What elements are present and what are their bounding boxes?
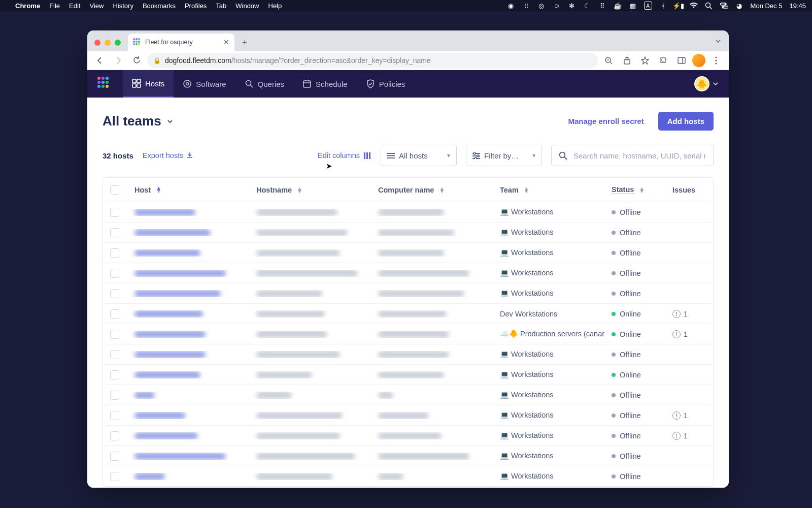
row-checkbox[interactable] (110, 309, 119, 319)
menu-help[interactable]: Help (268, 2, 282, 10)
table-row[interactable]: 💻 WorkstationsOffline (103, 202, 713, 223)
filter-by-dropdown[interactable]: Filter by… ▾ (466, 145, 542, 166)
manage-enroll-secret-button[interactable]: Manage enroll secret (561, 113, 651, 130)
minimize-window-icon[interactable] (105, 40, 111, 46)
status-icon[interactable]: ▦ (629, 2, 637, 10)
host-link[interactable] (134, 392, 155, 399)
profile-avatar[interactable] (692, 54, 705, 67)
table-row[interactable]: 💻 WorkstationsOffline (103, 243, 713, 263)
team-dropdown[interactable]: All teams (103, 113, 174, 129)
bluetooth-icon[interactable]: ᚼ (659, 2, 667, 10)
host-link[interactable] (134, 249, 200, 257)
row-checkbox[interactable] (110, 391, 119, 400)
table-row[interactable]: 💻 WorkstationsOffline!1 (103, 426, 713, 446)
table-row[interactable]: 💻 WorkstationsOffline (103, 344, 713, 365)
host-link[interactable] (134, 229, 211, 236)
table-row[interactable]: 💻 WorkstationsOffline (103, 385, 713, 405)
column-hostname[interactable]: Hostname▲▼ (249, 186, 371, 194)
column-status[interactable]: Status▲▼ (604, 185, 665, 194)
host-link[interactable] (134, 290, 221, 297)
share-icon[interactable] (619, 53, 634, 68)
row-checkbox[interactable] (110, 411, 119, 420)
host-link[interactable] (134, 453, 226, 460)
host-link[interactable] (134, 412, 185, 419)
row-checkbox[interactable] (110, 452, 119, 461)
status-icon[interactable]: ☺ (553, 2, 561, 10)
chrome-menu-icon[interactable] (708, 53, 724, 68)
table-row[interactable]: Dev WorkstationsOnline!1 (103, 304, 713, 324)
control-center-icon[interactable] (720, 2, 728, 10)
nav-schedule[interactable]: Schedule (293, 70, 357, 98)
user-menu[interactable]: 🐥 (694, 76, 719, 91)
close-tab-icon[interactable]: ✕ (223, 38, 229, 46)
table-row[interactable]: ☁️🐥 Production servers (canar…Online!1 (103, 324, 713, 344)
status-icon[interactable]: ◎ (537, 2, 546, 10)
table-row[interactable]: 💻 WorkstationsOffline (103, 446, 713, 466)
host-link[interactable] (134, 432, 198, 439)
select-all-checkbox[interactable] (110, 185, 119, 195)
menu-profiles[interactable]: Profiles (185, 2, 207, 10)
host-link[interactable] (134, 310, 203, 318)
row-checkbox[interactable] (110, 370, 119, 379)
window-controls[interactable] (94, 40, 121, 46)
search-box[interactable] (551, 145, 714, 166)
table-row[interactable]: 💻 WorkstationsOffline (103, 466, 713, 487)
zoom-icon[interactable] (601, 53, 616, 68)
table-row[interactable]: 💻 WorkstationsOffline!1 (103, 405, 713, 426)
nav-software[interactable]: Software (174, 70, 235, 98)
host-link[interactable] (134, 270, 226, 277)
nav-queries[interactable]: Queries (235, 70, 294, 98)
table-row[interactable]: 💻 WorkstationsOffline (103, 263, 713, 283)
address-bar[interactable]: 🔒 dogfood.fleetdm.com/hosts/manage/?orde… (147, 53, 598, 68)
row-checkbox[interactable] (110, 248, 119, 258)
column-team[interactable]: Team▲▼ (493, 186, 604, 194)
menu-file[interactable]: File (49, 2, 60, 10)
menu-window[interactable]: Window (235, 2, 259, 10)
back-button[interactable] (92, 53, 108, 68)
column-issues[interactable]: Issues (665, 186, 706, 194)
edit-columns-button[interactable]: Edit columns (318, 151, 371, 160)
column-host[interactable]: Host▲▼ (127, 186, 249, 194)
wifi-icon[interactable] (690, 2, 698, 10)
row-checkbox[interactable] (110, 228, 119, 237)
menu-history[interactable]: History (113, 2, 133, 10)
extensions-icon[interactable] (656, 53, 671, 68)
hosts-filter-dropdown[interactable]: All hosts ▾ (381, 145, 457, 166)
app-logo-icon[interactable] (97, 77, 112, 91)
host-link[interactable] (134, 331, 206, 338)
row-checkbox[interactable] (110, 289, 119, 298)
row-checkbox[interactable] (110, 431, 119, 440)
status-icon[interactable]: ✻ (568, 2, 576, 10)
menu-view[interactable]: View (89, 2, 104, 10)
bookmark-icon[interactable] (637, 53, 653, 68)
add-hosts-button[interactable]: Add hosts (658, 112, 714, 131)
host-link[interactable] (134, 371, 200, 378)
tab-overflow-icon[interactable] (713, 36, 724, 47)
status-icon[interactable]: ⁝⁝ (522, 2, 530, 10)
row-checkbox[interactable] (110, 208, 119, 217)
status-icon[interactable]: A (644, 2, 652, 10)
host-link[interactable] (134, 473, 165, 480)
search-input[interactable] (573, 151, 706, 160)
host-link[interactable] (134, 209, 195, 216)
battery-icon[interactable]: ⚡▮ (674, 2, 683, 10)
table-row[interactable]: 💻 WorkstationsOnline (103, 365, 713, 385)
browser-tab[interactable]: Fleet for osquery ✕ (128, 34, 234, 51)
table-row[interactable]: 💻 WorkstationsOffline (103, 283, 713, 304)
nav-hosts[interactable]: Hosts (123, 70, 174, 98)
forward-button[interactable] (111, 53, 126, 68)
status-icon[interactable]: ⠿ (598, 2, 606, 10)
menu-edit[interactable]: Edit (69, 2, 80, 10)
app-name[interactable]: Chrome (15, 2, 40, 10)
export-hosts-button[interactable]: Export hosts (143, 151, 194, 160)
sidepanel-icon[interactable] (674, 53, 689, 68)
search-icon[interactable] (705, 2, 713, 10)
new-tab-button[interactable]: ＋ (238, 35, 252, 49)
row-checkbox[interactable] (110, 472, 119, 481)
column-computer-name[interactable]: Computer name▲▼ (371, 186, 493, 194)
nav-policies[interactable]: Policies (357, 70, 415, 98)
row-checkbox[interactable] (110, 330, 119, 339)
status-icon[interactable]: ◉ (507, 2, 515, 10)
menubar-time[interactable]: 19:45 (789, 2, 806, 10)
row-checkbox[interactable] (110, 350, 119, 359)
